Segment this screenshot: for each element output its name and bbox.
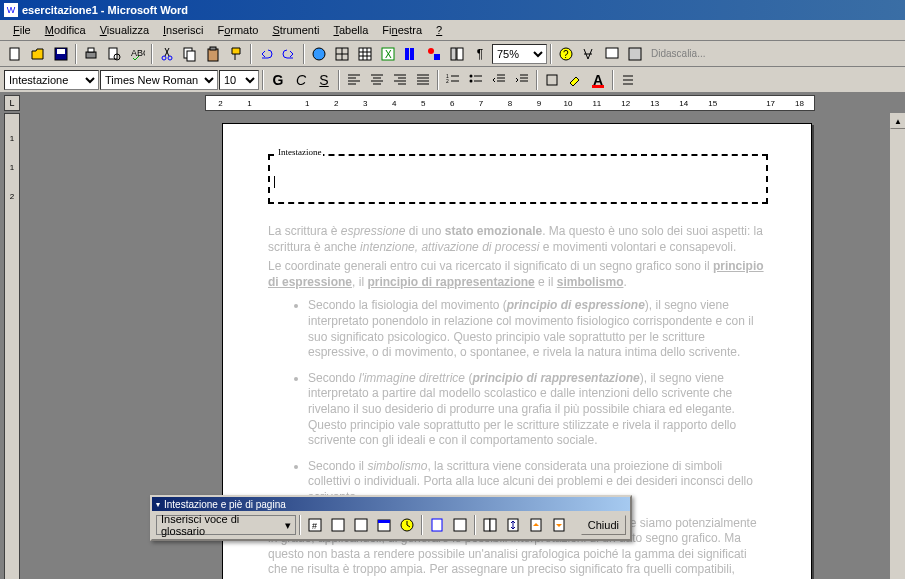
separator bbox=[437, 70, 439, 90]
svg-text:#: # bbox=[312, 521, 317, 531]
hyperlink-button[interactable] bbox=[308, 43, 330, 65]
excel-button[interactable]: X bbox=[377, 43, 399, 65]
separator bbox=[421, 515, 423, 535]
svg-rect-4 bbox=[88, 48, 94, 52]
document-map-button[interactable] bbox=[446, 43, 468, 65]
redo-button[interactable] bbox=[278, 43, 300, 65]
text-cursor bbox=[274, 176, 275, 188]
svg-rect-0 bbox=[10, 48, 19, 60]
insert-table-button[interactable] bbox=[354, 43, 376, 65]
justify-button[interactable] bbox=[412, 69, 434, 91]
svg-rect-33 bbox=[547, 75, 557, 85]
help-button[interactable]: ? bbox=[555, 43, 577, 65]
columns-button[interactable] bbox=[400, 43, 422, 65]
menu-strumenti[interactable]: Strumenti bbox=[265, 22, 326, 38]
svg-rect-2 bbox=[57, 49, 65, 54]
format-painter-button[interactable] bbox=[225, 43, 247, 65]
header-footer-toolbar[interactable]: ▾ Intestazione e piè di pagina Inserisci… bbox=[150, 495, 632, 541]
didascalia-label[interactable]: Didascalia... bbox=[647, 48, 709, 59]
font-size-combo[interactable]: 10 bbox=[219, 70, 259, 90]
highlight-button[interactable] bbox=[564, 69, 586, 91]
glossary-combo[interactable]: Inserisci voce di glossario ▾ bbox=[156, 515, 296, 535]
show-hide-button[interactable]: ¶ bbox=[469, 43, 491, 65]
borders-button[interactable] bbox=[541, 69, 563, 91]
paragraph-2: Le coordinate generali entro cui va rice… bbox=[268, 259, 768, 290]
spellcheck-button[interactable]: ABC bbox=[126, 43, 148, 65]
underline-button[interactable]: S bbox=[313, 69, 335, 91]
print-button[interactable] bbox=[80, 43, 102, 65]
tables-borders-button[interactable] bbox=[331, 43, 353, 65]
same-as-previous-button[interactable] bbox=[479, 514, 501, 536]
style-combo[interactable]: Intestazione bbox=[4, 70, 99, 90]
num-pages-button[interactable] bbox=[327, 514, 349, 536]
bold-button[interactable]: G bbox=[267, 69, 289, 91]
show-next-button[interactable] bbox=[548, 514, 570, 536]
increase-indent-button[interactable] bbox=[511, 69, 533, 91]
line-spacing-button[interactable] bbox=[617, 69, 639, 91]
show-previous-button[interactable] bbox=[525, 514, 547, 536]
italic-button[interactable]: C bbox=[290, 69, 312, 91]
svg-rect-12 bbox=[208, 49, 218, 61]
svg-rect-20 bbox=[410, 48, 414, 60]
svg-rect-43 bbox=[484, 519, 490, 531]
svg-rect-27 bbox=[606, 48, 618, 58]
align-right-button[interactable] bbox=[389, 69, 411, 91]
menu-file[interactable]: File bbox=[6, 22, 38, 38]
vertical-scrollbar[interactable]: ▲ bbox=[889, 113, 905, 579]
decrease-indent-button[interactable] bbox=[488, 69, 510, 91]
header-edit-area[interactable]: Intestazione bbox=[268, 154, 768, 204]
align-left-button[interactable] bbox=[343, 69, 365, 91]
zoom-button[interactable] bbox=[601, 43, 623, 65]
font-color-button[interactable]: A bbox=[587, 69, 609, 91]
print-preview-button[interactable] bbox=[103, 43, 125, 65]
open-button[interactable] bbox=[27, 43, 49, 65]
drawing-button[interactable] bbox=[423, 43, 445, 65]
svg-rect-3 bbox=[86, 52, 96, 58]
date-button[interactable] bbox=[373, 514, 395, 536]
page-setup-button[interactable] bbox=[426, 514, 448, 536]
numbered-list-button[interactable]: 12 bbox=[442, 69, 464, 91]
menu-finestra[interactable]: Finestra bbox=[375, 22, 429, 38]
svg-rect-11 bbox=[187, 51, 195, 61]
undo-button[interactable] bbox=[255, 43, 277, 65]
switch-header-footer-button[interactable] bbox=[502, 514, 524, 536]
save-button[interactable] bbox=[50, 43, 72, 65]
svg-point-21 bbox=[428, 48, 434, 54]
zoom-combo[interactable]: 75% bbox=[492, 44, 547, 64]
menu-visualizza[interactable]: Visualizza bbox=[93, 22, 156, 38]
menu-modifica[interactable]: Modifica bbox=[38, 22, 93, 38]
app-icon: W bbox=[4, 3, 18, 17]
list-item: Secondo la fisiologia del movimento (pri… bbox=[308, 298, 768, 360]
format-page-number-button[interactable] bbox=[350, 514, 372, 536]
cut-button[interactable] bbox=[156, 43, 178, 65]
tab-selector[interactable]: L bbox=[4, 95, 20, 111]
svg-rect-28 bbox=[629, 48, 641, 60]
menu-tabella[interactable]: Tabella bbox=[326, 22, 375, 38]
toolbar-titlebar[interactable]: ▾ Intestazione e piè di pagina bbox=[152, 497, 630, 511]
align-center-button[interactable] bbox=[366, 69, 388, 91]
scroll-up-button[interactable]: ▲ bbox=[890, 113, 905, 129]
page-number-button[interactable]: # bbox=[304, 514, 326, 536]
insert-frame-button[interactable] bbox=[624, 43, 646, 65]
separator bbox=[299, 515, 301, 535]
close-button[interactable]: Chiudi bbox=[581, 515, 626, 535]
new-doc-button[interactable] bbox=[4, 43, 26, 65]
find-button[interactable] bbox=[578, 43, 600, 65]
svg-rect-42 bbox=[454, 519, 466, 531]
copy-button[interactable] bbox=[179, 43, 201, 65]
bullet-list-button[interactable] bbox=[465, 69, 487, 91]
menu-formato[interactable]: Formato bbox=[210, 22, 265, 38]
time-button[interactable] bbox=[396, 514, 418, 536]
show-hide-text-button[interactable] bbox=[449, 514, 471, 536]
svg-point-14 bbox=[313, 48, 325, 60]
horizontal-ruler[interactable]: 2 1 1 2 3 4 5 6 7 8 9 10 11 12 13 14 15 … bbox=[205, 95, 815, 111]
paste-button[interactable] bbox=[202, 43, 224, 65]
menu-help[interactable]: ? bbox=[429, 22, 449, 38]
menu-inserisci[interactable]: Inserisci bbox=[156, 22, 210, 38]
svg-rect-39 bbox=[378, 520, 390, 523]
list-item: Secondo l'immagine direttrice (principio… bbox=[308, 371, 768, 449]
font-combo[interactable]: Times New Roman bbox=[100, 70, 218, 90]
vertical-ruler[interactable]: 1 1 2 bbox=[4, 113, 20, 579]
svg-rect-5 bbox=[109, 48, 117, 59]
svg-rect-22 bbox=[434, 54, 440, 60]
